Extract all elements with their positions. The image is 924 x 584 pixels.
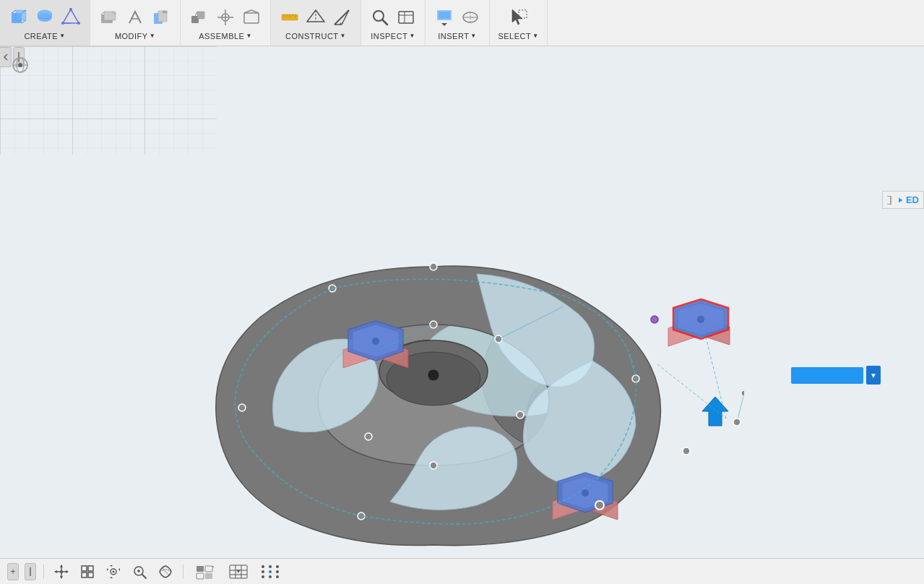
collapse-handle-left[interactable] bbox=[0, 47, 12, 67]
toolbar-inspect[interactable]: INSPECT ▼ bbox=[361, 0, 426, 46]
toolbar-create[interactable]: CREATE ▼ bbox=[0, 0, 90, 46]
toolbar-construct[interactable]: CONSTRUCT ▼ bbox=[271, 0, 361, 46]
create-icon-2 bbox=[33, 6, 56, 29]
svg-point-88 bbox=[428, 369, 439, 381]
svg-rect-20 bbox=[197, 12, 204, 19]
modify-icons bbox=[98, 6, 173, 29]
create-icons bbox=[7, 6, 82, 29]
toolbar-insert[interactable]: INSERT ▼ bbox=[426, 0, 490, 46]
modify-icon-2 bbox=[124, 6, 147, 29]
svg-point-9 bbox=[69, 8, 72, 11]
svg-point-76 bbox=[430, 263, 437, 270]
svg-line-21 bbox=[195, 12, 197, 16]
inspect-icons bbox=[368, 6, 418, 29]
divider-2 bbox=[183, 564, 183, 579]
svg-marker-47 bbox=[512, 9, 522, 25]
dimension-dropdown[interactable]: ▼ bbox=[866, 366, 881, 385]
main-toolbar: CREATE ▼ bbox=[0, 0, 924, 46]
construct-icon-2 bbox=[304, 6, 327, 29]
select-label: SELECT ▼ bbox=[498, 32, 538, 40]
construct-icon-3 bbox=[330, 6, 353, 29]
snap-icon[interactable] bbox=[77, 562, 98, 582]
divider-1 bbox=[43, 564, 44, 579]
svg-point-127 bbox=[262, 565, 264, 568]
svg-line-38 bbox=[382, 20, 387, 25]
svg-point-78 bbox=[595, 501, 604, 510]
dimension-input[interactable]: -15.00 mm bbox=[791, 367, 863, 384]
svg-rect-109 bbox=[88, 566, 93, 571]
svg-rect-111 bbox=[88, 572, 93, 577]
svg-point-129 bbox=[276, 565, 279, 568]
svg-point-113 bbox=[113, 570, 115, 572]
svg-rect-108 bbox=[82, 566, 87, 571]
svg-line-36 bbox=[342, 10, 349, 25]
ed-panel-button[interactable]: ED bbox=[882, 191, 924, 209]
create-label: CREATE ▼ bbox=[24, 32, 65, 40]
construct-arrow: ▼ bbox=[340, 33, 346, 39]
toolbar-assemble[interactable]: ASSEMBLE ▼ bbox=[181, 0, 271, 46]
viewport-canvas[interactable]: -15.00 mm ▼ ED bbox=[0, 46, 924, 584]
svg-rect-39 bbox=[399, 12, 413, 23]
svg-point-134 bbox=[269, 575, 272, 578]
modify-arrow: ▼ bbox=[150, 33, 155, 39]
svg-point-87 bbox=[651, 316, 658, 323]
svg-rect-121 bbox=[205, 573, 212, 579]
construct-label: CONSTRUCT ▼ bbox=[285, 32, 346, 40]
value-input-container: -15.00 mm ▼ bbox=[791, 366, 881, 385]
svg-line-93 bbox=[737, 393, 744, 422]
select-icons bbox=[507, 6, 530, 29]
inspect-icon-1 bbox=[368, 6, 392, 29]
svg-rect-118 bbox=[197, 566, 204, 572]
svg-point-86 bbox=[365, 433, 372, 440]
ed-panel-icon bbox=[887, 196, 894, 205]
bottom-collapse-plus[interactable]: + bbox=[7, 563, 19, 580]
bottom-toolbar: + bbox=[0, 558, 924, 584]
assemble-icon-1 bbox=[188, 6, 211, 29]
insert-icon-2 bbox=[459, 6, 482, 29]
svg-point-135 bbox=[276, 575, 279, 578]
insert-arrow: ▼ bbox=[470, 33, 476, 39]
toolbar-select[interactable]: SELECT ▼ bbox=[490, 0, 548, 46]
svg-point-128 bbox=[269, 565, 272, 568]
svg-line-2 bbox=[12, 10, 16, 13]
orbit-tool-icon[interactable] bbox=[155, 562, 176, 582]
svg-marker-7 bbox=[63, 9, 79, 23]
display-mode-icon[interactable] bbox=[191, 562, 220, 582]
svg-point-80 bbox=[238, 404, 246, 411]
assemble-icon-2 bbox=[214, 6, 237, 29]
svg-point-133 bbox=[262, 575, 264, 578]
svg-rect-1 bbox=[16, 10, 26, 20]
pan-icon[interactable] bbox=[103, 562, 124, 582]
svg-rect-119 bbox=[197, 573, 204, 579]
inspect-arrow: ▼ bbox=[409, 33, 415, 39]
ed-label: ED bbox=[906, 194, 919, 205]
inspect-icon-2 bbox=[394, 6, 418, 29]
orbit-indicator[interactable] bbox=[12, 56, 29, 77]
svg-line-115 bbox=[142, 575, 146, 578]
zoom-fit-icon[interactable] bbox=[129, 562, 150, 582]
svg-rect-43 bbox=[439, 12, 450, 19]
move-tool-icon[interactable] bbox=[51, 562, 72, 582]
modify-icon-3 bbox=[150, 6, 173, 29]
bottom-collapse-bar[interactable] bbox=[25, 563, 36, 580]
svg-marker-106 bbox=[66, 570, 69, 573]
select-icon-1 bbox=[507, 6, 530, 29]
svg-rect-25 bbox=[244, 13, 259, 23]
assemble-arrow: ▼ bbox=[246, 33, 251, 39]
svg-point-69 bbox=[372, 338, 379, 345]
create-icon-1 bbox=[7, 6, 30, 29]
assemble-icons bbox=[188, 6, 263, 29]
construct-icon-1 bbox=[278, 6, 301, 29]
select-arrow: ▼ bbox=[532, 33, 538, 39]
svg-point-84 bbox=[517, 411, 524, 418]
assemble-icon-3 bbox=[240, 6, 263, 29]
svg-point-53 bbox=[18, 63, 22, 67]
svg-line-34 bbox=[334, 10, 349, 25]
grid-display-icon[interactable]: ▼ bbox=[225, 562, 251, 582]
inspect-label: INSPECT ▼ bbox=[371, 32, 415, 40]
modify-label: MODIFY ▼ bbox=[115, 32, 155, 40]
toolbar-modify[interactable]: MODIFY ▼ bbox=[90, 0, 181, 46]
svg-point-6 bbox=[38, 10, 52, 19]
snap-grid-icon[interactable] bbox=[257, 562, 283, 582]
create-icon-3 bbox=[59, 6, 82, 29]
